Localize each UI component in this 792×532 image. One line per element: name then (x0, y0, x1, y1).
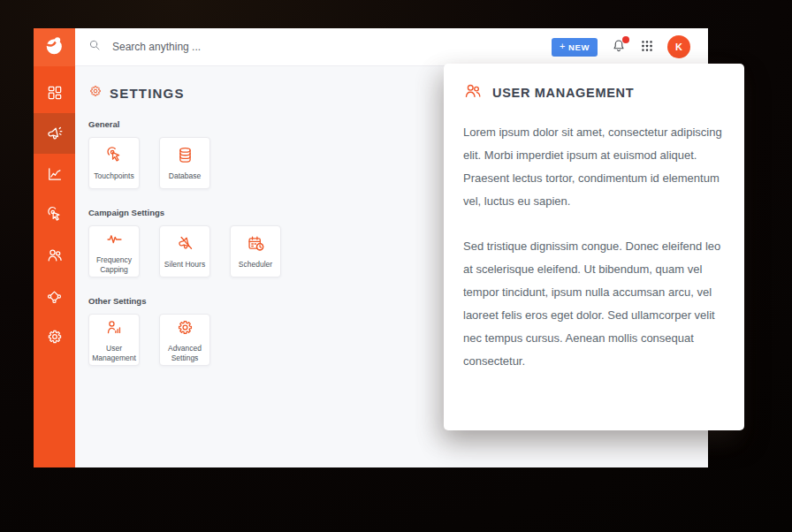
page-title: SETTINGS (110, 86, 185, 101)
apps-menu-button[interactable] (640, 39, 654, 56)
tile-database[interactable]: Database (159, 137, 210, 189)
avatar-initial: K (675, 42, 682, 52)
section-other-settings: Other Settings User Management Advanced … (88, 296, 281, 366)
tile-frequency-capping[interactable]: Frequency Capping (88, 225, 140, 277)
settings-gear-icon (46, 328, 64, 346)
tile-label: Database (161, 171, 209, 181)
screenshot-stage: + NEW K SETTINGS (0, 0, 792, 532)
silent-hours-muted-megaphone-icon (176, 234, 194, 256)
touchpoints-cursor-icon (46, 206, 64, 224)
notifications-button[interactable] (611, 38, 627, 57)
sidebar-item-analytics[interactable] (34, 154, 75, 194)
logo-mark-icon (43, 34, 65, 60)
sidebar (34, 28, 75, 467)
sidebar-item-dashboard[interactable] (34, 72, 75, 113)
new-button-label: NEW (568, 42, 590, 52)
apps-grid-icon (640, 39, 654, 56)
sidebar-item-audience[interactable] (34, 235, 75, 276)
section-general: General Touchpoints Database (88, 119, 281, 189)
sidebar-nav (34, 72, 75, 357)
panel-paragraph: Lorem ipsum dolor sit amet, consectetur … (463, 121, 725, 213)
section-label: General (88, 119, 281, 130)
sidebar-item-campaigns[interactable] (34, 113, 75, 154)
search-input[interactable] (110, 40, 379, 54)
tile-row: User Management Advanced Settings (88, 314, 281, 366)
dashboard-icon (46, 84, 64, 102)
tile-user-management[interactable]: User Management (88, 314, 140, 366)
panel-body: Lorem ipsum dolor sit amet, consectetur … (463, 121, 725, 373)
audience-users-icon (46, 247, 64, 264)
settings-gear-icon (176, 318, 194, 340)
settings-gear-icon (88, 84, 103, 102)
section-label: Other Settings (88, 296, 281, 307)
tile-row: Touchpoints Database (88, 137, 281, 189)
panel-title: USER MANAGEMENT (492, 86, 634, 100)
topbar: + NEW K (75, 28, 708, 66)
tile-advanced-settings[interactable]: Advanced Settings (159, 314, 210, 366)
panel-header: USER MANAGEMENT (463, 81, 725, 104)
analytics-chart-icon (46, 165, 64, 183)
tile-label: Frequency Capping (90, 255, 138, 275)
topbar-actions: + NEW K (552, 35, 690, 58)
tile-row: Frequency Capping Silent Hours Scheduler (88, 225, 281, 277)
database-icon (176, 146, 194, 168)
tile-scheduler[interactable]: Scheduler (230, 225, 281, 277)
frequency-pulse-icon (105, 230, 124, 252)
user-management-person-bars-icon (105, 318, 124, 340)
sidebar-item-touchpoints[interactable] (34, 194, 75, 235)
touchpoints-cursor-icon (105, 146, 124, 168)
scheduler-calendar-clock-icon (247, 234, 265, 256)
sidebar-item-flows[interactable] (34, 276, 75, 316)
tiles-area: General Touchpoints Database C (88, 119, 281, 384)
search-icon (88, 38, 102, 56)
plus-icon: + (560, 41, 566, 51)
sidebar-item-settings[interactable] (34, 316, 75, 357)
section-campaign-settings: Campaign Settings Frequency Capping Sile… (88, 208, 281, 277)
tile-label: Touchpoints (90, 171, 138, 181)
notification-dot (622, 36, 629, 43)
user-management-panel: USER MANAGEMENT Lorem ipsum dolor sit am… (444, 64, 744, 430)
avatar[interactable]: K (667, 35, 690, 58)
tile-silent-hours[interactable]: Silent Hours (159, 225, 210, 277)
page-head: SETTINGS (88, 84, 185, 102)
logo[interactable] (34, 28, 75, 66)
users-icon (463, 81, 483, 104)
new-button[interactable]: + NEW (552, 38, 598, 57)
tile-label: Advanced Settings (161, 344, 209, 363)
flows-diamond-icon (46, 288, 63, 305)
tile-touchpoints[interactable]: Touchpoints (88, 137, 140, 189)
tile-label: User Management (90, 344, 138, 363)
campaigns-megaphone-icon (45, 125, 64, 143)
panel-paragraph: Sed tristique dignissim congue. Donec el… (463, 235, 725, 373)
section-label: Campaign Settings (88, 208, 281, 218)
search-bar (88, 38, 552, 56)
tile-label: Silent Hours (161, 260, 209, 270)
tile-label: Scheduler (232, 260, 279, 270)
